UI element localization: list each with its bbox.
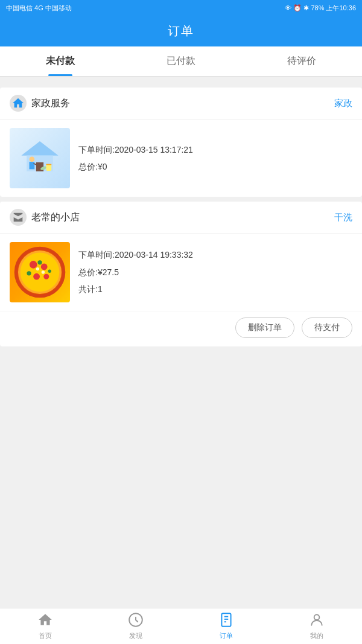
order-icon (218, 612, 234, 630)
order-price-1: 总价:¥0 (78, 160, 352, 173)
svg-point-20 (42, 270, 45, 273)
order-info-2: 下单时间:2020-03-14 19:33:32 总价:¥27.5 共计:1 (78, 242, 352, 302)
order-list: 家政服务 家政 (0, 77, 362, 608)
carrier1-label: 中国电信 4G (6, 4, 43, 13)
nav-profile-label: 我的 (310, 631, 323, 640)
tab-paid[interactable]: 已付款 (121, 46, 241, 76)
svg-point-13 (41, 264, 48, 270)
shop-category-2[interactable]: 干洗 (334, 212, 352, 223)
svg-point-17 (37, 260, 42, 264)
order-header-2: 老常的小店 干洗 (0, 202, 362, 234)
order-info-1: 下单时间:2020-03-15 13:17:21 总价:¥0 (78, 128, 352, 188)
home-icon (37, 612, 53, 630)
svg-rect-24 (221, 613, 230, 626)
page-title: 订单 (168, 24, 194, 37)
tab-bar: 未付款 已付款 待评价 (0, 46, 362, 77)
order-header-1: 家政服务 家政 (0, 88, 362, 120)
order-body-1: 下单时间:2020-03-15 13:17:21 总价:¥0 (0, 120, 362, 197)
svg-point-11 (21, 253, 60, 292)
bluetooth-icon: ✱ (303, 4, 309, 12)
pending-payment-button[interactable]: 待支付 (302, 317, 352, 338)
order-image-2 (10, 242, 70, 302)
nav-order[interactable]: 订单 (181, 608, 272, 644)
tab-unpaid[interactable]: 未付款 (0, 46, 121, 76)
tab-pending-review[interactable]: 待评价 (241, 46, 362, 76)
order-time-1: 下单时间:2020-03-15 13:17:21 (78, 143, 352, 156)
nav-discover[interactable]: 发现 (91, 608, 181, 644)
order-price-2: 总价:¥27.5 (78, 266, 352, 279)
battery-label: 78% (311, 4, 324, 11)
shop-icon-2 (10, 209, 27, 226)
nav-discover-label: 发现 (129, 631, 142, 640)
eye-icon: 👁 (285, 4, 291, 11)
order-count-2: 共计:1 (78, 282, 352, 296)
svg-rect-7 (46, 165, 52, 171)
order-card-2: 老常的小店 干洗 (0, 202, 362, 346)
svg-point-19 (36, 267, 39, 270)
nav-home[interactable]: 首页 (0, 608, 91, 644)
page-header: 订单 (0, 16, 362, 46)
svg-point-16 (27, 271, 31, 275)
clock-icon: ⏰ (293, 4, 302, 12)
svg-point-23 (135, 619, 136, 620)
order-card-1: 家政服务 家政 (0, 88, 362, 197)
profile-icon (309, 612, 325, 630)
svg-point-18 (48, 270, 51, 273)
household-icon (11, 97, 25, 110)
svg-point-28 (314, 614, 320, 620)
store-icon (11, 211, 25, 224)
shop-name-wrap-1: 家政服务 (10, 95, 70, 112)
order-footer-2: 删除订单 待支付 (0, 311, 362, 346)
order-time-2: 下单时间:2020-03-14 19:33:32 (78, 248, 352, 261)
status-bar: 中国电信 4G 中国移动 👁 ⏰ ✱ 78% 上午10:36 (0, 0, 362, 16)
svg-point-3 (30, 156, 35, 162)
status-icons: 👁 ⏰ ✱ 78% 上午10:36 (285, 4, 356, 13)
order-body-2: 下单时间:2020-03-14 19:33:32 总价:¥27.5 共计:1 (0, 234, 362, 311)
order-image-1 (10, 128, 70, 188)
carrier2-label: 中国移动 (45, 4, 72, 13)
svg-marker-0 (21, 141, 58, 156)
shop-name-1: 家政服务 (31, 97, 70, 110)
time-label: 上午10:36 (326, 4, 356, 13)
svg-point-15 (43, 274, 49, 279)
shop-name-wrap-2: 老常的小店 (10, 209, 80, 226)
nav-profile[interactable]: 我的 (272, 608, 362, 644)
discover-icon (128, 612, 144, 630)
shop-category-1[interactable]: 家政 (334, 98, 352, 109)
cleaning-illustration (19, 137, 61, 179)
nav-home-label: 首页 (39, 631, 52, 640)
shop-name-2: 老常的小店 (31, 211, 80, 224)
svg-point-14 (33, 273, 40, 280)
svg-point-12 (30, 261, 37, 269)
svg-rect-4 (30, 162, 35, 169)
shop-icon-1 (10, 95, 27, 112)
carrier-info: 中国电信 4G 中国移动 (6, 4, 72, 13)
delete-order-button[interactable]: 删除订单 (235, 317, 294, 338)
pizza-illustration (13, 245, 67, 299)
nav-order-label: 订单 (220, 631, 233, 640)
bottom-nav: 首页 发现 订单 我的 (0, 608, 362, 644)
